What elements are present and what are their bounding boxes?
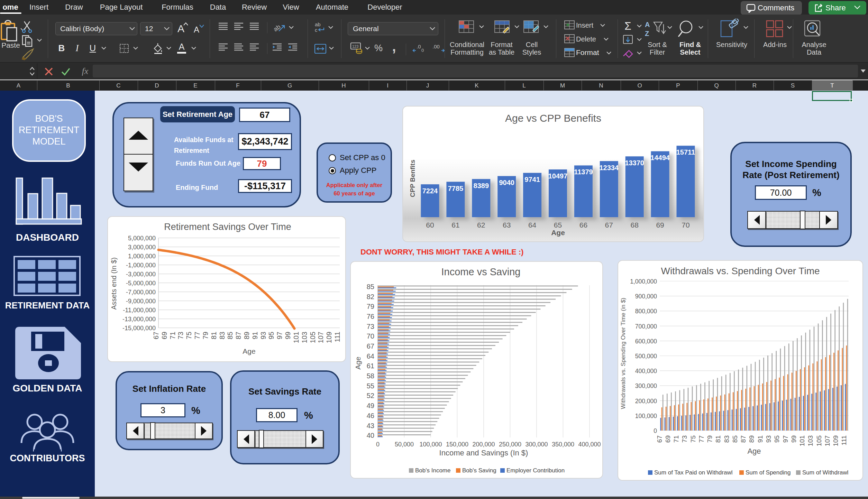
svg-text:ab: ab [273, 23, 282, 33]
svg-text:107: 107 [317, 332, 325, 343]
svg-text:91: 91 [251, 332, 259, 339]
svg-text:87: 87 [740, 435, 747, 443]
svg-text:105: 105 [815, 435, 823, 446]
svg-text:-13,000,000: -13,000,000 [122, 316, 156, 323]
svg-text:77: 77 [193, 332, 201, 339]
svg-text:66: 66 [579, 221, 587, 229]
svg-text:300,000: 300,000 [635, 382, 657, 389]
svg-text:83: 83 [723, 435, 730, 443]
svg-text:91: 91 [757, 435, 764, 443]
svg-text:93: 93 [765, 435, 772, 443]
svg-text:-7,000,000: -7,000,000 [126, 289, 156, 296]
svg-text:73: 73 [177, 332, 184, 339]
svg-text:7785: 7785 [448, 185, 464, 192]
svg-text:Withdrawals vs. Spending Over: Withdrawals vs. Spending Over Time [661, 266, 820, 276]
svg-text:49: 49 [367, 402, 374, 409]
svg-text:93: 93 [259, 332, 267, 339]
svg-text:123: 123 [352, 44, 358, 48]
svg-text:250,000: 250,000 [499, 441, 521, 448]
svg-text:111: 111 [840, 435, 848, 445]
svg-text:89: 89 [748, 435, 755, 443]
svg-text:-5,000,000: -5,000,000 [126, 280, 156, 287]
svg-text:71: 71 [673, 435, 680, 443]
svg-text:62: 62 [477, 221, 485, 229]
svg-text:800,000: 800,000 [635, 308, 657, 315]
svg-text:200,000: 200,000 [635, 398, 657, 405]
svg-text:73: 73 [681, 435, 688, 443]
svg-text:.0: .0 [417, 44, 421, 49]
svg-text:7224: 7224 [422, 187, 438, 195]
svg-text:69: 69 [161, 332, 168, 339]
svg-text:97: 97 [782, 435, 789, 443]
svg-text:52: 52 [367, 392, 374, 399]
svg-text:11379: 11379 [574, 168, 593, 176]
svg-text:70: 70 [682, 221, 689, 229]
svg-text:81: 81 [210, 332, 218, 339]
svg-text:Withdrawals vs. Spending Over: Withdrawals vs. Spending Over Time (in $… [620, 298, 627, 409]
svg-text:85: 85 [367, 283, 374, 290]
svg-text:CPP Benfits: CPP Benfits [409, 160, 416, 197]
svg-text:71: 71 [169, 332, 176, 339]
svg-text:350,000: 350,000 [552, 441, 574, 448]
svg-text:Age vs CPP Benefits: Age vs CPP Benefits [505, 112, 601, 124]
svg-text:Age: Age [243, 347, 255, 355]
svg-text:Age: Age [354, 357, 362, 369]
svg-text:64: 64 [367, 352, 374, 360]
svg-text:103: 103 [807, 435, 814, 446]
svg-text:Income and Savings (In $): Income and Savings (In $) [439, 449, 528, 457]
svg-text:60: 60 [426, 221, 434, 229]
svg-text:0: 0 [654, 427, 657, 434]
svg-text:-1,000,000: -1,000,000 [126, 262, 156, 269]
svg-text:85: 85 [226, 332, 234, 339]
svg-text:Income vs Saving: Income vs Saving [441, 266, 521, 277]
svg-text:150,000: 150,000 [446, 441, 468, 448]
svg-text:97: 97 [276, 332, 283, 339]
svg-text:46: 46 [367, 412, 374, 419]
svg-text:76: 76 [367, 313, 374, 320]
svg-text:Bob's Income: Bob's Income [415, 467, 450, 474]
svg-text:300,000: 300,000 [525, 441, 548, 448]
svg-text:15711: 15711 [676, 148, 695, 156]
svg-text:400,000: 400,000 [635, 368, 657, 375]
svg-text:101: 101 [798, 435, 806, 446]
svg-text:111: 111 [334, 332, 341, 342]
svg-text:105: 105 [309, 332, 317, 343]
svg-text:Sum of Spending: Sum of Spending [746, 469, 791, 476]
svg-text:13370: 13370 [625, 159, 644, 167]
svg-text:-9,000,000: -9,000,000 [126, 298, 156, 305]
svg-text:14494: 14494 [650, 154, 670, 161]
svg-text:Assets end (In $): Assets end (In $) [110, 257, 118, 309]
svg-text:Bob's Saving: Bob's Saving [462, 467, 496, 474]
svg-text:64: 64 [528, 221, 537, 229]
svg-text:68: 68 [631, 221, 639, 229]
svg-text:75: 75 [185, 332, 193, 339]
svg-text:c: c [315, 27, 318, 33]
svg-text:85: 85 [731, 435, 739, 443]
svg-text:70: 70 [367, 332, 374, 340]
svg-text:500,000: 500,000 [635, 353, 657, 360]
svg-text:Retirement Savings Over Time: Retirement Savings Over Time [164, 222, 291, 232]
svg-text:67: 67 [605, 221, 613, 229]
svg-text:109: 109 [832, 435, 839, 446]
svg-text:.00: .00 [432, 44, 440, 49]
svg-text:400,000: 400,000 [578, 441, 601, 448]
svg-text:600,000: 600,000 [635, 338, 657, 345]
svg-text:Age: Age [551, 229, 565, 237]
svg-text:82: 82 [367, 293, 374, 301]
svg-text:-11,000,000: -11,000,000 [123, 307, 156, 314]
svg-text:69: 69 [656, 221, 664, 229]
svg-text:1,000,000: 1,000,000 [630, 278, 657, 285]
svg-text:67: 67 [152, 332, 160, 339]
svg-text:9040: 9040 [499, 179, 514, 186]
svg-text:9741: 9741 [524, 176, 540, 183]
svg-text:61: 61 [451, 221, 459, 229]
svg-text:69: 69 [664, 435, 671, 443]
svg-text:73: 73 [367, 323, 374, 330]
svg-text:Employer Contribution: Employer Contribution [506, 467, 565, 474]
svg-text:79: 79 [202, 332, 209, 339]
svg-text:101: 101 [292, 332, 300, 343]
svg-text:Sum of Tax Paid on Withdrawl: Sum of Tax Paid on Withdrawl [654, 469, 732, 476]
svg-text:81: 81 [714, 435, 722, 443]
svg-text:1,000,000: 1,000,000 [128, 253, 156, 260]
svg-text:55: 55 [367, 382, 374, 390]
